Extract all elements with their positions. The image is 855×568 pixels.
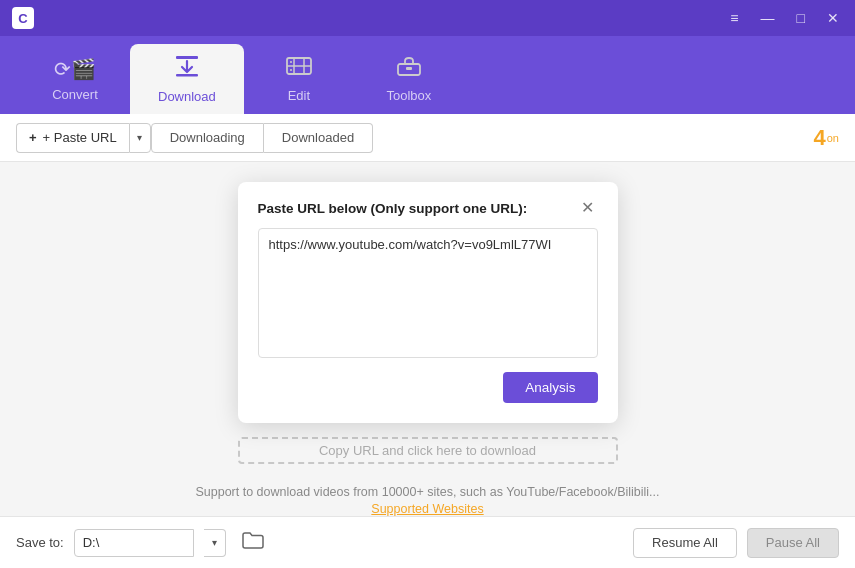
menu-button[interactable]: ≡ xyxy=(726,9,742,27)
svg-rect-1 xyxy=(176,74,198,77)
svg-rect-0 xyxy=(176,56,198,59)
downloading-tab[interactable]: Downloading xyxy=(151,123,264,153)
maximize-button[interactable]: □ xyxy=(793,9,809,27)
tab-download-label: Download xyxy=(158,89,216,104)
tab-convert-label: Convert xyxy=(52,87,98,102)
toolbar-left: + + Paste URL ▾ xyxy=(16,123,151,153)
tab-toolbox-label: Toolbox xyxy=(386,88,431,103)
url-dialog-close-button[interactable]: ✕ xyxy=(577,198,598,218)
title-bar: C ≡ — □ ✕ xyxy=(0,0,855,36)
edit-icon xyxy=(286,55,312,82)
paste-url-label: + Paste URL xyxy=(43,130,117,145)
svg-rect-9 xyxy=(406,67,412,70)
convert-icon: ⟳🎬 xyxy=(54,57,96,81)
save-to-label: Save to: xyxy=(16,535,64,550)
support-text-area: Support to download videos from 10000+ s… xyxy=(195,482,659,516)
url-dialog-header: Paste URL below (Only support one URL): … xyxy=(258,198,598,218)
tab-edit[interactable]: Edit xyxy=(244,44,354,114)
analysis-button[interactable]: Analysis xyxy=(503,372,597,403)
resume-all-button[interactable]: Resume All xyxy=(633,528,737,558)
status-bar-actions: Resume All Pause All xyxy=(633,528,839,558)
nav-bar: ⟳🎬 Convert Download Edit xyxy=(0,36,855,114)
open-folder-button[interactable] xyxy=(236,529,270,556)
url-dialog: Paste URL below (Only support one URL): … xyxy=(238,182,618,423)
app-logo: C xyxy=(12,7,34,29)
speed-badge: 4on xyxy=(814,125,840,151)
tab-download[interactable]: Download xyxy=(130,44,244,114)
drop-zone-text: Copy URL and click here to download xyxy=(319,443,536,458)
main-content: Paste URL below (Only support one URL): … xyxy=(0,162,855,516)
save-path-dropdown[interactable]: ▾ xyxy=(204,529,226,557)
download-tabs: Downloading Downloaded xyxy=(151,123,373,153)
url-dialog-title: Paste URL below (Only support one URL): xyxy=(258,201,528,216)
tab-edit-label: Edit xyxy=(288,88,310,103)
folder-icon xyxy=(242,531,264,554)
tab-toolbox[interactable]: Toolbox xyxy=(354,44,464,114)
support-text: Support to download videos from 10000+ s… xyxy=(195,485,659,499)
plus-icon: + xyxy=(29,130,37,145)
minimize-button[interactable]: — xyxy=(757,9,779,27)
chevron-down-icon: ▾ xyxy=(137,132,142,143)
toolbar: + + Paste URL ▾ Downloading Downloaded 4… xyxy=(0,114,855,162)
supported-websites-link[interactable]: Supported Websites xyxy=(195,502,659,516)
save-path-display: D:\ xyxy=(74,529,194,557)
close-button[interactable]: ✕ xyxy=(823,9,843,27)
drop-zone[interactable]: Copy URL and click here to download xyxy=(238,437,618,464)
toolbox-icon xyxy=(396,55,422,82)
window-controls: ≡ — □ ✕ xyxy=(726,9,843,27)
paste-url-button[interactable]: + + Paste URL xyxy=(16,123,129,153)
tab-convert[interactable]: ⟳🎬 Convert xyxy=(20,44,130,114)
downloaded-tab[interactable]: Downloaded xyxy=(264,123,373,153)
status-bar: Save to: D:\ ▾ Resume All Pause All xyxy=(0,516,855,568)
url-textarea[interactable]: https://www.youtube.com/watch?v=vo9LmlL7… xyxy=(258,228,598,358)
download-icon xyxy=(173,54,201,83)
paste-url-dropdown[interactable]: ▾ xyxy=(129,123,151,153)
chevron-down-icon: ▾ xyxy=(212,537,217,548)
pause-all-button[interactable]: Pause All xyxy=(747,528,839,558)
